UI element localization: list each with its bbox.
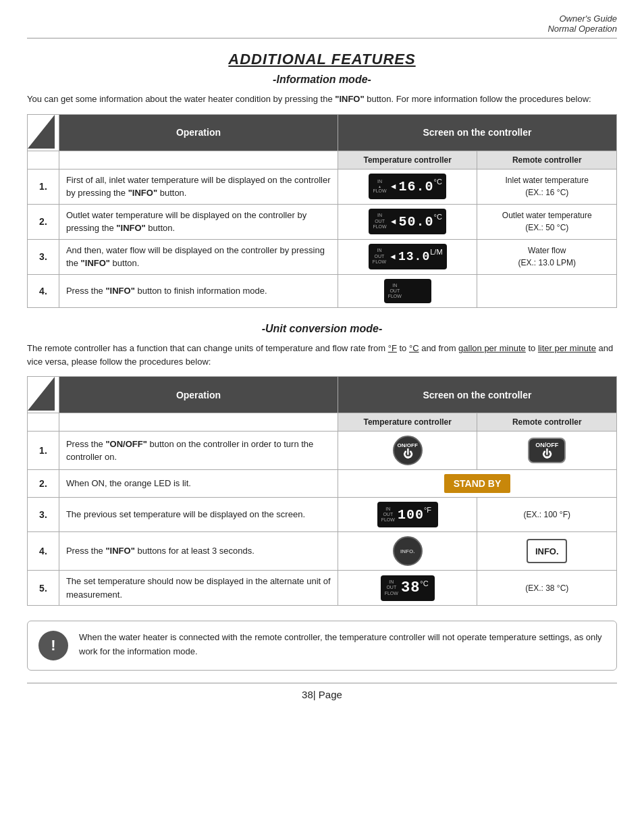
uc-row2-display: STAND BY	[338, 470, 616, 498]
onoff-button-temp: ON/OFF ⏻	[393, 436, 423, 465]
note-text: When the water heater is connected with …	[79, 631, 606, 659]
svg-marker-0	[28, 115, 55, 149]
standby-badge: STAND BY	[444, 474, 511, 493]
header-guide: Owner's Guide Normal Operation	[27, 14, 617, 34]
note-box: ! When the water heater is connected wit…	[27, 621, 617, 671]
info-mode-table: Operation Screen on the controller Tempe…	[27, 114, 617, 309]
table1-op-header: Operation	[59, 114, 338, 151]
uc-row4-op: Press the "INFO" buttons for at least 3 …	[59, 532, 338, 571]
table1-subheader-remote: Remote controller	[477, 151, 617, 169]
row1-remote: Inlet water temperature(EX.: 16 °C)	[477, 169, 617, 204]
diag-cell-header2	[28, 377, 59, 413]
uc-row5-op: The set temperature should now be displa…	[59, 571, 338, 606]
section1-title: -Information mode-	[27, 74, 617, 86]
table-row: 4. Press the "INFO" button to finish inf…	[28, 274, 617, 308]
table-row: 5. The set temperature should now be dis…	[28, 571, 617, 606]
row4-display: INOUTFLOW	[338, 274, 477, 308]
page-footer: 38| Page	[27, 683, 617, 700]
table-row: 3. The previous set temperature will be …	[28, 498, 617, 532]
row3-op: And then, water flow will be displayed o…	[59, 239, 338, 274]
uc-row1-op: Press the "ON/OFF" button on the control…	[59, 432, 338, 470]
uc-row2-op: When ON, the orange LED is lit.	[59, 470, 338, 498]
table2-op-header: Operation	[59, 377, 338, 413]
uc-row1-num: 1.	[28, 432, 59, 470]
row4-num: 4.	[28, 274, 59, 308]
page-label: Page	[319, 689, 342, 700]
table-row: 2. When ON, the orange LED is lit. STAND…	[28, 470, 617, 498]
row1-num: 1.	[28, 169, 59, 204]
uc-row4-temp-display: INFO.	[338, 532, 477, 571]
section2-intro: The remote controller has a function tha…	[27, 342, 617, 368]
uc-row1-remote-display: ON/OFF ⏻	[477, 432, 617, 470]
section2-title: -Unit conversion mode-	[27, 323, 617, 335]
uc-row5-remote: (EX.: 38 °C)	[477, 571, 617, 606]
table1-subheader-temp: Temperature controller	[338, 151, 477, 169]
header-line1: Owner's Guide	[559, 14, 617, 24]
info-button-round: INFO.	[393, 536, 423, 566]
row4-remote	[477, 274, 617, 308]
row2-num: 2.	[28, 204, 59, 239]
unit-conversion-table: Operation Screen on the controller Tempe…	[27, 376, 617, 606]
header-divider	[27, 38, 617, 38]
row2-op: Outlet water temperature will be display…	[59, 204, 338, 239]
main-title: ADDITIONAL FEATURES	[27, 51, 617, 68]
table-row: 1. Press the "ON/OFF" button on the cont…	[28, 432, 617, 470]
onoff-button-remote: ON/OFF ⏻	[528, 438, 566, 463]
row3-remote: Water flow(EX.: 13.0 LPM)	[477, 239, 617, 274]
uc-row1-temp-display: ON/OFF ⏻	[338, 432, 477, 470]
table-row: 4. Press the "INFO" buttons for at least…	[28, 532, 617, 571]
uc-row5-display: INOUTFLOW 38 °C	[338, 571, 477, 606]
row1-op: First of all, inlet water temperature wi…	[59, 169, 338, 204]
table1-screen-header: Screen on the controller	[338, 114, 616, 151]
uc-row3-remote: (EX.: 100 °F)	[477, 498, 617, 532]
row2-display: INOUTFLOW ◄ 50.0 °C	[338, 204, 477, 239]
uc-row3-display: INOUTFLOW 100 °F	[338, 498, 477, 532]
info-button-remote: INFO.	[527, 539, 567, 563]
uc-row4-num: 4.	[28, 532, 59, 571]
table2-subheader-temp: Temperature controller	[338, 413, 477, 432]
table2-subheader-remote: Remote controller	[477, 413, 617, 432]
note-icon: !	[38, 631, 68, 660]
row4-op: Press the "INFO" button to finish inform…	[59, 274, 338, 308]
header-line2: Normal Operation	[547, 24, 617, 34]
table-row: 3. And then, water flow will be displaye…	[28, 239, 617, 274]
table-row: 2. Outlet water temperature will be disp…	[28, 204, 617, 239]
uc-row5-num: 5.	[28, 571, 59, 606]
row3-num: 3.	[28, 239, 59, 274]
row2-remote: Outlet water temperature(EX.: 50 °C)	[477, 204, 617, 239]
page-number: 38	[302, 689, 313, 700]
section1-intro: You can get some information about the w…	[27, 93, 617, 106]
table2-screen-header: Screen on the controller	[338, 377, 616, 413]
row1-display: IN▲FLOW ◄ 16.0 °C	[338, 169, 477, 204]
table-row: 1. First of all, inlet water temperature…	[28, 169, 617, 204]
svg-marker-1	[28, 377, 55, 411]
diag-cell-header	[28, 114, 59, 151]
uc-row4-remote-display: INFO.	[477, 532, 617, 571]
uc-row3-num: 3.	[28, 498, 59, 532]
uc-row2-num: 2.	[28, 470, 59, 498]
row3-display: INOUTFLOW ◄ 13.0 L/M	[338, 239, 477, 274]
uc-row3-op: The previous set temperature will be dis…	[59, 498, 338, 532]
